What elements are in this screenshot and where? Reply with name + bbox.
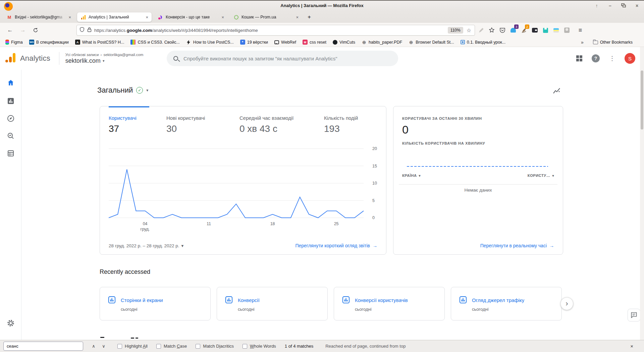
metric-new-users[interactable]: Нові користувачі 30 (166, 115, 205, 134)
settings-gear-icon[interactable] (6, 319, 15, 328)
recent-card-user-conversions[interactable]: Конверсії користувачів сьогодні (334, 287, 445, 320)
pocket-extension-icon[interactable] (498, 26, 507, 35)
nav-explore-icon[interactable] (6, 114, 15, 123)
recent-card-conversions[interactable]: Конверсії сьогодні (217, 287, 328, 320)
avatar[interactable]: S (625, 53, 635, 64)
date-range-selector[interactable]: 28 груд. 2022 р. – 28 груд. 2022 р. ▾ (109, 243, 183, 248)
bookmark-postcss[interactable]: AWhat is PostCSS? H... (75, 40, 124, 45)
insights-icon[interactable] (552, 87, 561, 97)
users-column-header[interactable]: КОРИСТУ… ▾ (528, 173, 554, 178)
url-bar[interactable]: https://analytics.google.com/analytics/w… (76, 25, 475, 36)
nav-reports-icon[interactable] (6, 97, 15, 105)
country-column-header[interactable]: КРАЇНА ▾ (402, 173, 421, 178)
notes-extension-icon[interactable]: 2 (519, 26, 529, 35)
wallet-extension-icon[interactable] (530, 26, 539, 35)
new-tab-button[interactable]: + (305, 12, 314, 22)
ga-search-bar[interactable] (167, 51, 398, 66)
reports-snapshot-link[interactable]: Переглянути короткий огляд звітів → (295, 243, 377, 248)
tab-close-icon[interactable]: × (221, 15, 225, 20)
feedback-button[interactable] (628, 309, 640, 321)
metric-engagement-time[interactable]: Середній час взаємодії 0 хв 43 с (239, 115, 294, 134)
find-previous-button[interactable]: ∧ (89, 342, 99, 351)
highlighter-extension-icon[interactable] (476, 26, 486, 35)
checkbox[interactable] (196, 344, 200, 349)
lock-icon[interactable] (87, 27, 92, 34)
bookmarks-overflow-button[interactable]: » (581, 40, 584, 45)
account-breadcrumb[interactable]: Усі облікові записи › sektorlikga@gmail.… (65, 53, 144, 57)
other-bookmarks-button[interactable]: Other Bookmarks (593, 40, 633, 45)
overview-card: Користувачі 37 Нові користувачі 30 Серед… (100, 106, 386, 255)
recent-card-traffic-overview[interactable]: Огляд джерел трафіку сьогодні (451, 287, 562, 320)
nav-home-icon[interactable] (6, 79, 15, 87)
checkbox[interactable] (117, 344, 122, 349)
no-data-text: Немає даних (393, 188, 563, 193)
ghostery-extension-icon[interactable]: 3 (508, 26, 518, 35)
match-case-option[interactable]: Match Case (156, 344, 187, 349)
bookmark-vimcuts[interactable]: VimCuts (333, 40, 355, 45)
minimize-button[interactable]: – (606, 2, 614, 9)
match-diacritics-option[interactable]: Match Diacritics (196, 344, 234, 349)
tab-gmail-inbox[interactable]: M Вхідні - sektorlikga@gma × (3, 12, 74, 22)
bookmark-star-icon[interactable]: ☆ (466, 27, 472, 34)
recent-cards-next-button[interactable]: › (560, 297, 573, 310)
whole-words-option[interactable]: Whole Words (243, 344, 276, 349)
menu-button[interactable]: ≡ (575, 25, 586, 36)
search-input[interactable] (183, 56, 391, 61)
analytics-favicon (80, 14, 86, 20)
realtime-link[interactable]: Переглянути в реальному часі → (480, 243, 554, 248)
bookmark-figma[interactable]: Figma (5, 40, 23, 45)
nav-advertising-icon[interactable] (6, 132, 15, 140)
bookmarks-bar: Figma W3В спецификации AWhat is PostCSS?… (0, 38, 644, 47)
metric-event-count[interactable]: Кількість подій 193 (324, 115, 358, 134)
nav-configure-icon[interactable] (6, 149, 15, 158)
highlight-all-option[interactable]: Highlight All (117, 344, 148, 349)
data-ok-badge[interactable]: ✓ (136, 87, 143, 94)
tab-prom-cart[interactable]: Кошик — Prom.ua × (230, 12, 302, 22)
metric-users[interactable]: Користувачі 37 (109, 115, 137, 134)
scrollbar-thumb[interactable] (641, 70, 643, 130)
bookmark-19-verstki[interactable]: *19 вёрстки (240, 40, 268, 45)
tab-close-icon[interactable]: × (68, 15, 72, 20)
find-input[interactable] (3, 342, 83, 351)
close-window-button[interactable]: × (633, 2, 641, 9)
analytics-logo (5, 52, 17, 64)
tab-conversion-article[interactable]: Конверсія - що це таке × (154, 12, 227, 22)
find-next-button[interactable]: ∨ (99, 342, 109, 351)
cards-extension-icon[interactable] (551, 26, 561, 35)
forward-button[interactable]: → (17, 25, 28, 36)
bookmark-postcss-howto[interactable]: How to Use PostCS... (186, 40, 234, 45)
bookmark-browser-default[interactable]: ⊕Browser Default St... (409, 40, 454, 45)
property-selector[interactable]: sektorlik.com ▾ (65, 57, 144, 64)
reload-button[interactable] (30, 25, 41, 36)
tab-close-icon[interactable]: × (145, 15, 149, 20)
url-text[interactable]: https://analytics.google.com/analytics/w… (94, 28, 445, 33)
restore-button[interactable] (620, 2, 627, 9)
bookmark-intro-lesson[interactable]: 0.1. Вводный урок... (461, 40, 505, 45)
recently-accessed-heading: Recently accessed (100, 268, 150, 275)
bookmark-habits-paper[interactable]: ⊕habits_paper.PDF (362, 40, 402, 45)
checkbox[interactable] (243, 344, 247, 349)
close-findbar-icon[interactable]: × (630, 343, 633, 349)
recent-card-pages-screens[interactable]: Сторінки й екрани сьогодні (100, 287, 211, 320)
gmail-icon: M (7, 14, 12, 20)
chevron-down-icon[interactable]: ▾ (146, 88, 148, 93)
shade-window-button[interactable]: ↑ (593, 2, 600, 9)
tab-close-icon[interactable]: × (295, 15, 299, 20)
bookmark-css-reset[interactable]: Mcss reset (303, 40, 326, 45)
rate-star-extension-icon[interactable] (487, 26, 496, 35)
apps-grid-icon[interactable] (576, 55, 582, 61)
scrollbar[interactable] (640, 47, 644, 340)
tab-analytics[interactable]: Analytics | Загальний × (77, 12, 152, 22)
kebab-menu-icon[interactable]: ⋮ (609, 55, 615, 62)
checkbox[interactable] (156, 344, 161, 349)
account-extension-icon[interactable] (562, 26, 572, 35)
save-extension-icon[interactable] (541, 26, 550, 35)
postcss-icon: A (75, 40, 80, 45)
bookmark-css3[interactable]: CSS и CSS3. Свойс... (130, 40, 179, 45)
tracking-shield-icon[interactable] (79, 27, 85, 34)
zoom-level-badge[interactable]: 110% (448, 27, 463, 34)
help-icon[interactable]: ? (592, 54, 600, 62)
bookmark-webref[interactable]: WebRef (274, 40, 296, 45)
back-button[interactable]: ← (5, 25, 15, 36)
bookmark-w3-spec[interactable]: W3В спецификации (29, 40, 69, 45)
